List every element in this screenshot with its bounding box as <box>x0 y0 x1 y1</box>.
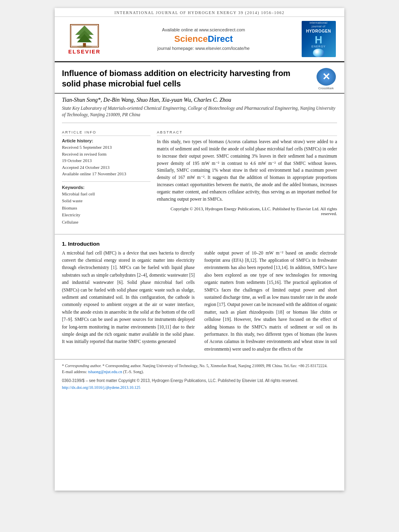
crossmark-badge: ✕ CrossMark <box>315 68 337 90</box>
crossmark-label: CrossMark <box>318 86 334 90</box>
received-date: Received 5 September 2013 <box>62 144 150 151</box>
received-revised-label: Received in revised form <box>62 151 150 158</box>
intro-container: 1. Introduction A microbial fuel cell (M… <box>55 234 344 357</box>
issn-text: 0360-3199/$ – see front matter Copyright… <box>62 378 298 383</box>
keyword-item: Electricity <box>62 212 150 219</box>
sd-science-part: Science <box>174 34 208 44</box>
keyword-item: Microbial fuel cell <box>62 191 150 198</box>
crossmark-circle: ✕ <box>317 68 336 86</box>
available-online-text: Available online at www.sciencedirect.co… <box>162 27 245 32</box>
journal-cover: internationaljournal of HYDROGEN H ENERG… <box>302 21 336 57</box>
abstract-text: In this study, two types of biomass (Aco… <box>157 138 337 203</box>
footer-notes: * Corresponding author. * Corresponding … <box>55 359 344 377</box>
email-note: E-mail address: tshaong@njut.edu.cn (T.-… <box>62 369 337 375</box>
journal-cover-ball-graphic <box>313 49 324 57</box>
intro-body: A microbial fuel cell (MFC) is a device … <box>62 249 337 356</box>
journal-cover-container: internationaljournal of HYDROGEN H ENERG… <box>298 21 339 57</box>
journal-cover-h-letter: H <box>315 35 323 45</box>
authors: Tian-Shun Song*, De-Bin Wang, Shuo Han, … <box>62 97 337 103</box>
keywords-block: Keywords: Microbial fuel cellSolid waste… <box>62 185 150 226</box>
intro-number: 1. <box>62 241 66 247</box>
intro-title: Introduction <box>68 241 100 247</box>
abstract-panel: Abstract In this study, two types of bio… <box>157 130 337 230</box>
email-suffix: (T.-S. Song). <box>123 370 144 374</box>
revised-date: 19 October 2013 <box>62 157 150 164</box>
article-history-block: Article history: Received 5 September 20… <box>62 138 150 177</box>
elsevier-wordmark: ELSEVIER <box>68 49 101 55</box>
article-info-panel: Article Info Article history: Received 5… <box>62 130 150 230</box>
crossmark-icon: ✕ <box>322 71 330 82</box>
abstract-heading: Abstract <box>157 130 337 136</box>
elsevier-logo: ELSEVIER <box>68 24 101 55</box>
email-label: E-mail address: <box>62 370 87 374</box>
journal-title: International Journal of Hydrogen Energy… <box>114 10 284 15</box>
journal-bar: International Journal of Hydrogen Energy… <box>55 8 344 17</box>
authors-section: Tian-Shun Song*, De-Bin Wang, Shuo Han, … <box>55 94 344 119</box>
article-info-abstract: Article Info Article history: Received 5… <box>55 126 344 234</box>
sciencedirect-logo: ScienceDirect <box>174 34 233 44</box>
email-link[interactable]: tshaong@njut.edu.cn <box>88 370 122 374</box>
sd-direct-part: Direct <box>208 34 232 44</box>
keywords-list: Microbial fuel cellSolid wasteBiomassEle… <box>62 191 150 226</box>
header: ELSEVIER Available online at www.science… <box>55 17 344 62</box>
accepted-date: Accepted 24 October 2013 <box>62 164 150 171</box>
article-title: Influence of biomass addition on electri… <box>62 68 337 89</box>
journal-cover-top-text: internationaljournal of <box>308 21 329 28</box>
corresponding-text: * Corresponding author. Nanjing Universi… <box>103 364 328 368</box>
keyword-item: Biomass <box>62 205 150 212</box>
article-title-section: Influence of biomass addition on electri… <box>55 62 344 94</box>
keyword-item: Cellulase <box>62 219 150 226</box>
elsevier-logo-container: ELSEVIER <box>60 21 109 57</box>
corresponding-asterisk: * Corresponding author. <box>62 364 101 368</box>
header-center: Available online at www.sciencedirect.co… <box>113 21 294 57</box>
page: International Journal of Hydrogen Energy… <box>55 8 344 491</box>
abstract-copyright: Copyright © 2013, Hydrogen Energy Public… <box>157 206 337 216</box>
intro-right-text: stable output power of 10–20 mW m⁻² base… <box>204 249 337 353</box>
intro-left-col: A microbial fuel cell (MFC) is a device … <box>62 249 195 356</box>
keywords-heading: Keywords: <box>62 185 150 190</box>
doi-bar: http://dx.doi.org/10.1016/j.ijhydene.201… <box>55 384 344 394</box>
journal-homepage: journal homepage: www.elsevier.com/locat… <box>157 46 249 51</box>
corresponding-note: * Corresponding author. * Corresponding … <box>62 363 337 369</box>
issn-bar: 0360-3199/$ – see front matter Copyright… <box>55 377 344 384</box>
article-history-heading: Article history: <box>62 138 150 143</box>
sciencedirect-wordmark: ScienceDirect <box>174 34 233 44</box>
elsevier-tree-icon <box>68 24 101 48</box>
affiliation: State Key Laboratory of Materials-orient… <box>62 105 337 118</box>
article-info-heading: Article Info <box>62 130 150 136</box>
available-online-date: Available online 17 November 2013 <box>62 170 150 177</box>
doi-link[interactable]: http://dx.doi.org/10.1016/j.ijhydene.201… <box>62 385 140 390</box>
keyword-item: Solid waste <box>62 197 150 205</box>
intro-section-title: 1. Introduction <box>62 241 337 247</box>
intro-right-col: stable output power of 10–20 mW m⁻² base… <box>204 249 337 356</box>
intro-left-text: A microbial fuel cell (MFC) is a device … <box>62 249 195 345</box>
journal-cover-energy-text: ENERGY <box>311 45 326 48</box>
